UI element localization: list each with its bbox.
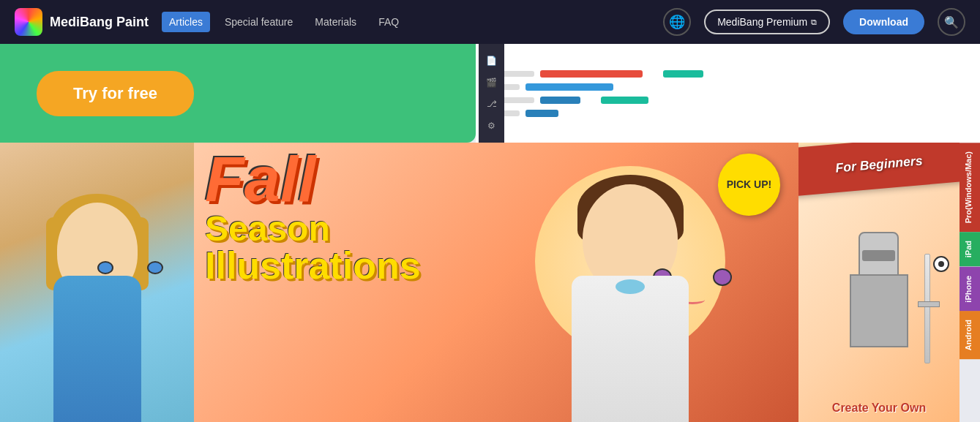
nav-materials[interactable]: Materials <box>307 12 364 32</box>
settings-icon[interactable]: ⚙ <box>487 121 495 131</box>
nav-special-feature[interactable]: Special feature <box>217 12 300 32</box>
fall-title: Fall <box>205 150 421 208</box>
chart-row-2 <box>490 83 965 91</box>
download-button[interactable]: Download <box>843 10 924 34</box>
sidebar-tab-ipad[interactable]: iPad <box>960 232 980 266</box>
left-card-bg <box>0 143 194 422</box>
char-eyes <box>97 261 163 274</box>
sidebar-tab-pro[interactable]: Pro(Windows/Mac) <box>960 143 980 232</box>
premium-label: MediBang Premium <box>717 16 807 28</box>
file-icon[interactable]: 📄 <box>486 56 497 66</box>
char-eye-left <box>97 261 113 274</box>
search-button[interactable]: 🔍 <box>938 8 965 36</box>
girl-body <box>572 276 689 422</box>
chart <box>490 70 965 117</box>
carousel-dot-indicator[interactable] <box>933 256 949 272</box>
right-card[interactable]: For Beginners Create Your Own <box>798 143 960 422</box>
knight-character <box>820 232 938 393</box>
anime-character-left <box>24 188 171 422</box>
chart-bar-3b <box>601 97 648 104</box>
right-sidebar: Pro(Windows/Mac) iPad iPhone Android <box>960 143 980 359</box>
chart-bar-2 <box>525 83 613 91</box>
banner-left: Try for free <box>0 44 476 143</box>
fall-subtitle-season: Season <box>205 211 421 246</box>
sidebar-tab-android[interactable]: Android <box>960 311 980 359</box>
sidebar-tab-iphone[interactable]: iPhone <box>960 267 980 312</box>
chart-bar-3 <box>540 97 580 104</box>
carousel-area: Fall Season Illustrations PICK UP! <box>0 143 960 422</box>
language-button[interactable]: 🌐 <box>663 8 691 36</box>
chart-bar-1b <box>663 70 703 78</box>
chart-row-1 <box>490 70 965 78</box>
beginners-text: For Beginners <box>835 154 924 176</box>
fall-text-container: Fall Season Illustrations <box>205 150 421 285</box>
chart-row-4 <box>490 110 965 117</box>
premium-button[interactable]: MediBang Premium ⧉ <box>704 10 830 34</box>
char-eye-right <box>147 261 163 274</box>
try-free-button[interactable]: Try for free <box>37 71 194 116</box>
center-card[interactable]: Fall Season Illustrations PICK UP! <box>194 143 798 422</box>
knight-visor <box>862 250 895 261</box>
fall-subtitle-illustrations: Illustrations <box>205 246 421 285</box>
video-icon[interactable]: 🎬 <box>486 78 497 88</box>
git-icon[interactable]: ⎇ <box>487 99 497 109</box>
chart-bar-1 <box>540 70 643 78</box>
external-link-icon: ⧉ <box>811 18 817 27</box>
knight-body <box>850 274 908 347</box>
pickup-text: PICK UP! <box>727 178 771 191</box>
chart-bar-4 <box>525 110 558 117</box>
dot-inner <box>938 261 944 267</box>
nav-faq[interactable]: FAQ <box>371 12 406 32</box>
logo-text: MediBang Paint <box>50 15 149 30</box>
content-area: Try for free 📄 🎬 ⎇ ⚙ <box>0 44 980 422</box>
knight-sword <box>924 254 930 363</box>
knight-crossguard <box>918 301 940 307</box>
girl-collar <box>616 279 645 294</box>
left-card[interactable] <box>0 143 194 422</box>
char-body <box>53 276 141 422</box>
girl-eye-right <box>713 268 732 286</box>
anime-girl-character <box>520 159 740 422</box>
nav-articles[interactable]: Articles <box>162 12 210 32</box>
sidebar-icon-panel: 📄 🎬 ⎇ ⚙ <box>479 44 504 143</box>
navbar: MediBang Paint Articles Special feature … <box>0 0 980 44</box>
search-icon: 🔍 <box>944 15 959 29</box>
chart-row-3 <box>490 97 965 104</box>
banner-right <box>476 44 980 143</box>
banner-strip: Try for free 📄 🎬 ⎇ ⚙ <box>0 44 980 143</box>
pickup-badge: PICK UP! <box>718 154 780 216</box>
create-text: Create Your Own <box>798 401 960 415</box>
logo-icon <box>15 8 42 36</box>
